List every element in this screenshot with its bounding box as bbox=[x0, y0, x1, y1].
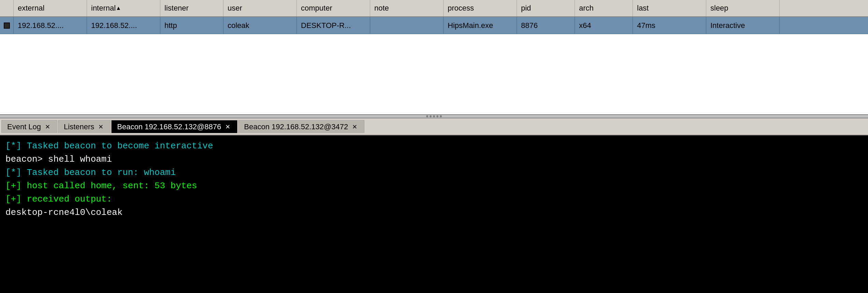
cell-computer: DESKTOP-R... bbox=[297, 17, 370, 34]
terminal-output[interactable]: [*] Tasked beacon to become interactiveb… bbox=[0, 135, 868, 293]
col-header-user[interactable]: user bbox=[223, 0, 297, 16]
col-header-external[interactable]: external bbox=[14, 0, 87, 16]
cell-process: HipsMain.exe bbox=[444, 17, 517, 34]
terminal-line: [*] Tasked beacon to become interactive bbox=[5, 140, 863, 153]
col-header-pid[interactable]: pid bbox=[517, 0, 575, 16]
col-header-listener[interactable]: listener bbox=[160, 0, 223, 16]
cell-arch: x64 bbox=[575, 17, 633, 34]
resize-handle[interactable] bbox=[0, 114, 868, 118]
col-header-last[interactable]: last bbox=[633, 0, 706, 16]
table-body: 192.168.52....192.168.52....httpcoleakDE… bbox=[0, 17, 868, 114]
indicator-box bbox=[4, 23, 10, 29]
cell-sleep: Interactive bbox=[706, 17, 780, 34]
col-header-internal[interactable]: internal bbox=[87, 0, 160, 16]
cell-listener: http bbox=[160, 17, 223, 34]
tab-close-beacon-8876[interactable]: ✕ bbox=[224, 123, 232, 131]
tab-close-event-log[interactable]: ✕ bbox=[44, 123, 52, 131]
col-header-arch[interactable]: arch bbox=[575, 0, 633, 16]
beacon-table-pane: externalinternallistenerusercomputernote… bbox=[0, 0, 868, 114]
tab-label-event-log: Event Log bbox=[7, 122, 41, 131]
tab-event-log[interactable]: Event Log✕ bbox=[1, 120, 57, 133]
bottom-pane: Event Log✕Listeners✕Beacon 192.168.52.13… bbox=[0, 118, 868, 293]
tab-beacon-8876[interactable]: Beacon 192.168.52.132@8876✕ bbox=[111, 120, 237, 133]
cell-last: 47ms bbox=[633, 17, 706, 34]
tab-label-beacon-8876: Beacon 192.168.52.132@8876 bbox=[117, 122, 221, 131]
cell-internal: 192.168.52.... bbox=[87, 17, 160, 34]
resize-dots bbox=[426, 115, 442, 117]
header-indicator bbox=[0, 0, 14, 16]
cell-note bbox=[370, 17, 444, 34]
tab-label-listeners: Listeners bbox=[64, 122, 94, 131]
table-row[interactable]: 192.168.52....192.168.52....httpcoleakDE… bbox=[0, 17, 868, 34]
col-header-note[interactable]: note bbox=[370, 0, 444, 16]
col-header-process[interactable]: process bbox=[444, 0, 517, 16]
terminal-line: desktop-rcne4l0\coleak bbox=[5, 206, 863, 219]
terminal-line: beacon> shell whoami bbox=[5, 153, 863, 166]
col-header-sleep[interactable]: sleep bbox=[706, 0, 780, 16]
tab-beacon-3472[interactable]: Beacon 192.168.52.132@3472✕ bbox=[238, 120, 364, 133]
cell-user: coleak bbox=[223, 17, 297, 34]
cell-external: 192.168.52.... bbox=[14, 17, 87, 34]
terminal-line: [*] Tasked beacon to run: whoami bbox=[5, 166, 863, 179]
row-indicator bbox=[0, 17, 14, 34]
tab-close-beacon-3472[interactable]: ✕ bbox=[351, 123, 359, 131]
tab-label-beacon-3472: Beacon 192.168.52.132@3472 bbox=[244, 122, 348, 131]
terminal-line: [+] received output: bbox=[5, 193, 863, 206]
col-header-computer[interactable]: computer bbox=[297, 0, 370, 16]
tab-close-listeners[interactable]: ✕ bbox=[97, 123, 105, 131]
table-header: externalinternallistenerusercomputernote… bbox=[0, 0, 868, 17]
tab-listeners[interactable]: Listeners✕ bbox=[58, 120, 111, 133]
cell-pid: 8876 bbox=[517, 17, 575, 34]
tab-bar: Event Log✕Listeners✕Beacon 192.168.52.13… bbox=[0, 118, 868, 135]
terminal-line: [+] host called home, sent: 53 bytes bbox=[5, 179, 863, 193]
